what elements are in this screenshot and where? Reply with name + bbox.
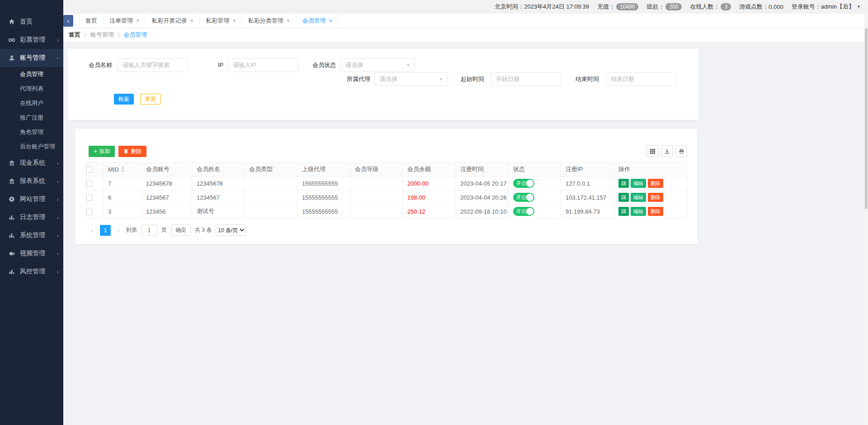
tab[interactable]: 注单管理×: [103, 14, 146, 28]
sidebar-collapse-button[interactable]: ‹: [63, 15, 73, 27]
status-toggle[interactable]: 开启: [513, 207, 534, 216]
delete-row-button[interactable]: 删除: [648, 193, 663, 202]
chart-icon: [8, 268, 15, 275]
delete-row-button[interactable]: 删除: [648, 179, 663, 188]
close-icon[interactable]: ×: [190, 18, 194, 24]
close-icon[interactable]: ×: [287, 18, 290, 24]
sidebar-subitem[interactable]: 代理列表: [0, 81, 63, 96]
chevron-down-icon: ▼: [439, 77, 443, 81]
account-label: 登录账号：: [792, 3, 821, 11]
next-page-button[interactable]: ›: [115, 226, 122, 234]
column-header: 上级代理: [297, 162, 350, 177]
member-name-input[interactable]: [118, 58, 188, 72]
cell-mid: 3: [104, 205, 142, 219]
members-table: MID会员账号会员姓名会员类型上级代理会员等级会员余额注册时间状态注册IP操作 …: [86, 162, 688, 219]
kick-button[interactable]: 踢: [618, 193, 629, 202]
add-button-label: 添加: [99, 148, 110, 155]
sidebar-item[interactable]: 报表系统›: [0, 172, 63, 190]
sidebar-item[interactable]: 系统管理›: [0, 226, 63, 244]
filter-agent: 所属代理 请选择 ▼: [347, 72, 448, 86]
sidebar-item[interactable]: 网站管理›: [0, 190, 63, 208]
sidebar-item[interactable]: 视频管理›: [0, 244, 63, 263]
status-toggle[interactable]: 开启: [513, 193, 534, 202]
breadcrumb: 首页/账号管理/会员管理: [63, 28, 868, 42]
row-checkbox[interactable]: [86, 181, 93, 187]
kick-button[interactable]: 踢: [618, 179, 629, 188]
column-header: 会员账号: [142, 162, 192, 177]
end-date-input[interactable]: [606, 72, 676, 86]
column-header-label: MID: [108, 166, 119, 173]
print-button[interactable]: [675, 145, 687, 157]
close-icon[interactable]: ×: [329, 18, 332, 24]
search-button[interactable]: 检索: [114, 94, 134, 105]
filter-actions: 检索 重置: [114, 94, 698, 105]
close-icon[interactable]: ×: [136, 18, 140, 24]
agent-select[interactable]: 请选择 ▼: [375, 72, 448, 86]
sidebar-item[interactable]: 风控管理›: [0, 263, 63, 281]
sidebar-item[interactable]: 账号管理›: [0, 49, 63, 67]
start-date-input[interactable]: [491, 72, 561, 86]
page-size-select[interactable]: 10 条/页: [216, 224, 246, 236]
sidebar-subitem[interactable]: 推广注册: [0, 110, 63, 125]
filter-row-1: 会员名称 IP 会员状态 请选择 ▼: [89, 58, 698, 72]
edit-button[interactable]: 编辑: [631, 179, 646, 188]
member-status-select[interactable]: 请选择 ▼: [340, 58, 415, 72]
sidebar-subitem[interactable]: 后台账户管理: [0, 139, 63, 154]
edit-button[interactable]: 编辑: [631, 193, 646, 202]
withdraw-badge[interactable]: 200: [665, 3, 682, 10]
end-time-label: 结束时间: [576, 75, 599, 83]
tab-label: 首页: [85, 17, 97, 25]
confirm-button[interactable]: 确定: [171, 224, 191, 236]
tab[interactable]: 私彩分类管理×: [242, 14, 296, 28]
recharge-badge[interactable]: 10480: [616, 3, 638, 10]
scrollbar-thumb[interactable]: [865, 28, 868, 209]
columns-filter-button[interactable]: [646, 145, 658, 157]
sidebar-subitem[interactable]: 会员管理: [0, 67, 63, 81]
status-toggle-label: 开启: [516, 180, 526, 187]
delete-row-button[interactable]: 删除: [648, 207, 663, 216]
row-checkbox[interactable]: [86, 209, 93, 215]
cell-level: [350, 191, 403, 205]
table-row: 71234567812345678155555555552000.002023-…: [86, 177, 688, 191]
status-toggle[interactable]: 开启: [513, 179, 534, 188]
sidebar-subitem[interactable]: 角色管理: [0, 125, 63, 139]
ip-input[interactable]: [228, 58, 298, 72]
column-header[interactable]: MID: [104, 162, 142, 177]
sidebar-item[interactable]: 日志管理›: [0, 208, 63, 226]
online-badge[interactable]: 3: [721, 3, 731, 10]
tab[interactable]: 私彩管理×: [199, 14, 242, 28]
sidebar-item-label: 彩票管理: [20, 36, 45, 44]
sidebar-item[interactable]: 现金系统›: [0, 154, 63, 172]
tab-label: 会员管理: [302, 17, 326, 25]
row-checkbox[interactable]: [86, 195, 93, 201]
breadcrumb-item[interactable]: 账号管理: [90, 31, 114, 39]
export-button[interactable]: [661, 145, 673, 157]
kick-button[interactable]: 踢: [618, 207, 629, 216]
tab[interactable]: 会员管理×: [296, 14, 339, 28]
breadcrumb-item[interactable]: 首页: [69, 31, 80, 39]
edit-button[interactable]: 编辑: [631, 207, 646, 216]
breadcrumb-separator: /: [118, 32, 120, 38]
goto-page-input[interactable]: [141, 224, 157, 236]
sidebar-item[interactable]: 首页: [0, 13, 63, 31]
cell-agent: 15555555555: [297, 177, 350, 191]
tab[interactable]: 首页: [79, 14, 103, 28]
delete-button[interactable]: 删除: [118, 146, 146, 157]
filter-start-time: 起始时间: [461, 72, 561, 86]
cell-status: 开启: [509, 191, 561, 205]
sort-icon[interactable]: [121, 167, 125, 172]
add-button[interactable]: + 添加: [89, 146, 115, 157]
current-page[interactable]: 1: [100, 225, 111, 236]
close-icon[interactable]: ×: [232, 18, 236, 24]
prev-page-button[interactable]: ‹: [89, 226, 96, 234]
sidebar-subitem[interactable]: 在线用户: [0, 96, 63, 110]
reset-button[interactable]: 重置: [140, 94, 161, 105]
goto-prefix-label: 到第: [126, 226, 137, 234]
cell-mid: 7: [104, 177, 142, 191]
withdraw-stat: 提款： 200: [646, 3, 682, 11]
tab-label: 注单管理: [109, 17, 133, 25]
tab[interactable]: 私彩开奖记录×: [146, 14, 200, 28]
select-all-checkbox[interactable]: [86, 167, 93, 173]
account-menu[interactable]: 登录账号： admin【后】 ▼: [792, 3, 861, 11]
sidebar-item[interactable]: 彩票管理›: [0, 31, 63, 49]
